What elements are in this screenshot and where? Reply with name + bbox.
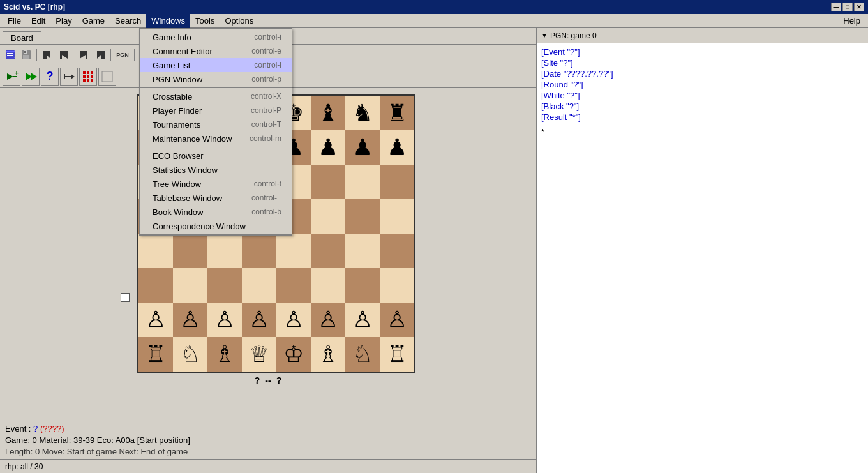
chess-cell-4-5[interactable] (311, 234, 345, 268)
menu-play[interactable]: Play (50, 14, 77, 28)
pgn-line: [Site "?"] (541, 58, 864, 68)
menu-options[interactable]: Options (220, 14, 258, 28)
menu-item-book[interactable]: Book Window control-b (140, 205, 292, 219)
chess-cell-4-6[interactable] (345, 234, 380, 268)
chess-cell-7-3[interactable]: ♕ (242, 337, 276, 372)
menu-item-statistics[interactable]: Statistics Window (140, 163, 292, 177)
chess-cell-6-1[interactable]: ♙ (173, 303, 207, 337)
menu-section-3: ECO Browser Statistics Window Tree Windo… (140, 147, 292, 235)
chess-cell-6-0[interactable]: ♙ (138, 303, 173, 337)
btn-query[interactable]: ? (41, 68, 59, 86)
menu-item-maintenance[interactable]: Maintenance Window control-m (140, 131, 292, 146)
chess-piece-1-5: ♟ (318, 136, 338, 159)
btn-move-nav[interactable] (60, 68, 78, 86)
btn-save-icon[interactable] (19, 47, 34, 63)
svg-rect-2 (7, 53, 13, 54)
svg-rect-36 (102, 71, 112, 82)
chess-cell-3-6[interactable] (345, 199, 380, 234)
btn-forward[interactable] (22, 68, 40, 86)
chess-cell-7-0[interactable]: ♖ (138, 337, 173, 372)
chess-cell-7-6[interactable]: ♘ (345, 337, 380, 372)
chess-cell-4-0[interactable] (138, 234, 173, 268)
chess-cell-4-4[interactable] (276, 234, 311, 268)
menu-item-correspondence[interactable]: Correspondence Window (140, 219, 292, 233)
chess-cell-1-7[interactable]: ♟ (380, 130, 414, 165)
chess-cell-6-2[interactable]: ♙ (207, 303, 242, 337)
pgn-line: [Event "?"] (541, 47, 864, 57)
chess-cell-6-7[interactable]: ♙ (380, 303, 414, 337)
btn-db-icon1[interactable] (3, 47, 18, 63)
chess-cell-7-4[interactable]: ♔ (276, 337, 311, 372)
chess-cell-7-7[interactable]: ♖ (380, 337, 414, 372)
chess-cell-4-2[interactable] (207, 234, 242, 268)
menu-file[interactable]: File (3, 14, 26, 28)
menu-item-pgn-window[interactable]: PGN Window control-p (140, 72, 292, 86)
menu-help[interactable]: Help (838, 14, 865, 28)
notation-q1: ? (255, 375, 260, 386)
chess-cell-6-5[interactable]: ♙ (311, 303, 345, 337)
chess-cell-0-6[interactable]: ♞ (345, 96, 380, 130)
chess-cell-6-4[interactable]: ♙ (276, 303, 311, 337)
menu-item-game-list[interactable]: Game List control-l (140, 58, 292, 72)
chess-cell-5-3[interactable] (242, 268, 276, 303)
chess-cell-1-6[interactable]: ♟ (345, 130, 380, 165)
menu-game[interactable]: Game (77, 14, 110, 28)
chess-cell-5-4[interactable] (276, 268, 311, 303)
chess-cell-3-5[interactable] (311, 199, 345, 234)
btn-nav-small3[interactable] (74, 47, 91, 63)
menu-tools[interactable]: Tools (190, 14, 220, 28)
minimize-button[interactable]: — (831, 3, 841, 11)
chess-cell-1-5[interactable]: ♟ (311, 130, 345, 165)
chess-cell-5-7[interactable] (380, 268, 414, 303)
chess-piece-6-6: ♙ (352, 308, 373, 331)
menu-windows[interactable]: Windows (146, 14, 190, 28)
status-length-line: Length: 0 Move: Start of game Next: End … (5, 447, 531, 456)
tab-board[interactable]: Board (3, 31, 41, 44)
menu-search[interactable]: Search (110, 14, 146, 28)
chess-cell-4-7[interactable] (380, 234, 414, 268)
chess-cell-7-2[interactable]: ♗ (207, 337, 242, 372)
chess-piece-6-2: ♙ (214, 308, 235, 331)
menu-item-tournaments[interactable]: Tournaments control-T (140, 117, 292, 131)
btn-empty[interactable] (98, 68, 116, 86)
menu-item-crosstable[interactable]: Crosstable control-X (140, 89, 292, 103)
svg-rect-31 (87, 75, 89, 78)
menu-item-game-info[interactable]: Game Info control-i (140, 30, 292, 44)
chess-cell-2-7[interactable] (380, 165, 414, 199)
menu-item-tablebase[interactable]: Tablebase Window control-= (140, 191, 292, 205)
chess-cell-0-5[interactable]: ♝ (311, 96, 345, 130)
btn-add-variation[interactable]: + (3, 68, 20, 86)
chess-cell-6-6[interactable]: ♙ (345, 303, 380, 337)
chess-cell-5-5[interactable] (311, 268, 345, 303)
menu-edit[interactable]: Edit (26, 14, 50, 28)
chess-cell-5-0[interactable] (138, 268, 173, 303)
chess-cell-5-2[interactable] (207, 268, 242, 303)
maximize-button[interactable]: □ (842, 3, 853, 11)
menu-item-tree[interactable]: Tree Window control-t (140, 177, 292, 191)
menu-item-eco-browser[interactable]: ECO Browser (140, 149, 292, 163)
chess-cell-0-7[interactable]: ♜ (380, 96, 414, 130)
menu-item-player-finder[interactable]: Player Finder control-P (140, 103, 292, 117)
chess-cell-2-5[interactable] (311, 165, 345, 199)
chess-cell-7-1[interactable]: ♘ (173, 337, 207, 372)
btn-pgn[interactable]: PGN (114, 47, 131, 63)
svg-rect-10 (45, 51, 47, 59)
chess-cell-7-5[interactable]: ♗ (311, 337, 345, 372)
chess-cell-4-3[interactable] (242, 234, 276, 268)
chess-cell-5-1[interactable] (173, 268, 207, 303)
menu-item-comment-editor[interactable]: Comment Editor control-e (140, 44, 292, 58)
btn-nav-small1[interactable] (40, 47, 56, 63)
chess-cell-4-1[interactable] (173, 234, 207, 268)
btn-nav-small2[interactable] (57, 47, 73, 63)
chess-cell-2-6[interactable] (345, 165, 380, 199)
title-bar: Scid vs. PC [rhp] — □ ✕ (0, 0, 868, 14)
btn-nav-small4[interactable] (91, 47, 108, 63)
chess-cell-5-6[interactable] (345, 268, 380, 303)
close-button[interactable]: ✕ (854, 3, 864, 11)
left-checkbox[interactable] (121, 293, 130, 302)
chess-cell-6-3[interactable]: ♙ (242, 303, 276, 337)
chess-cell-3-7[interactable] (380, 199, 414, 234)
menu-section-1: Game Info control-i Comment Editor contr… (140, 29, 292, 88)
btn-grid[interactable] (79, 68, 97, 86)
svg-marker-25 (71, 74, 75, 79)
